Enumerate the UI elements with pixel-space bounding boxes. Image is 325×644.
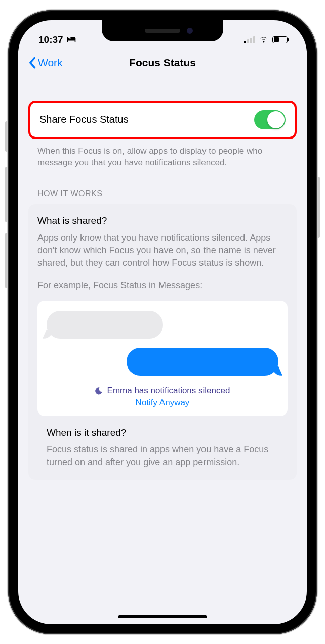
moon-icon xyxy=(95,387,103,395)
phone-frame: 10:37 Work xyxy=(8,10,317,634)
example-label: For example, Focus Status in Messages: xyxy=(37,279,288,292)
cellular-signal-icon xyxy=(244,36,255,43)
notify-anyway-button[interactable]: Notify Anyway xyxy=(47,398,278,408)
when-is-it-shared-title: When is it shared? xyxy=(47,427,278,438)
wifi-icon xyxy=(259,34,269,45)
bed-icon xyxy=(66,34,76,45)
home-indicator[interactable] xyxy=(118,615,207,618)
share-focus-status-toggle[interactable] xyxy=(254,110,286,129)
what-is-shared-text: Apps only know that you have notificatio… xyxy=(37,232,288,270)
back-button[interactable]: Work xyxy=(28,57,63,69)
back-label: Work xyxy=(38,57,63,69)
share-focus-status-label: Share Focus Status xyxy=(39,114,129,125)
silenced-status-line: Emma has notifications silenced xyxy=(47,386,278,396)
messages-preview: Emma has notifications silenced Notify A… xyxy=(37,301,288,416)
outgoing-message-bubble xyxy=(127,348,278,376)
how-it-works-card: What is shared? Apps only know that you … xyxy=(28,204,297,480)
incoming-message-bubble xyxy=(47,311,163,339)
battery-icon xyxy=(272,36,289,43)
how-it-works-header: HOW IT WORKS xyxy=(28,169,297,204)
page-title: Focus Status xyxy=(129,57,196,69)
navigation-bar: Work Focus Status xyxy=(18,51,307,78)
screen: 10:37 Work xyxy=(18,20,307,624)
what-is-shared-title: What is shared? xyxy=(37,215,288,226)
chevron-left-icon xyxy=(28,57,36,69)
share-focus-status-row: Share Focus Status xyxy=(28,101,297,139)
device-notch xyxy=(102,20,223,41)
status-time: 10:37 xyxy=(38,34,63,45)
when-is-it-shared-text: Focus status is shared in apps when you … xyxy=(47,443,278,469)
share-description: When this Focus is on, allow apps to dis… xyxy=(28,139,297,169)
